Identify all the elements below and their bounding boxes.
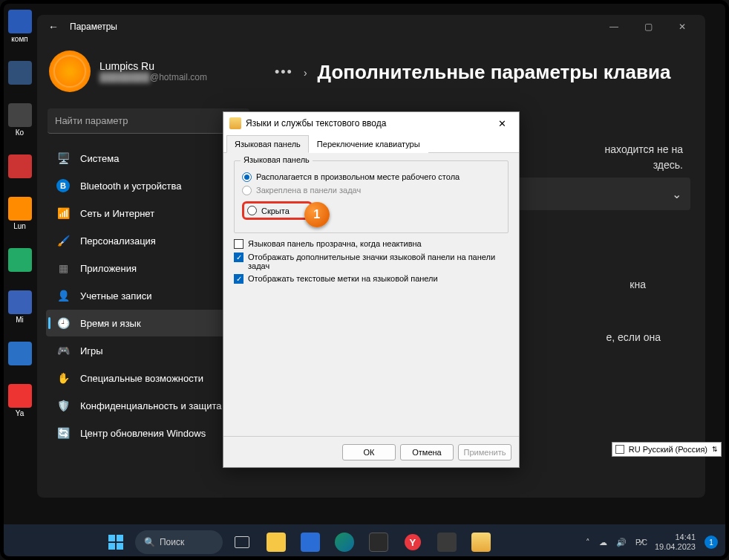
tab-language-bar[interactable]: Языковая панель xyxy=(226,135,309,153)
dialog-buttons: ОК Отмена Применить xyxy=(223,436,519,467)
taskbar-app[interactable] xyxy=(261,527,291,557)
nav-icon: 🔄 xyxy=(56,426,70,440)
chevron-down-icon: ⌄ xyxy=(672,187,681,201)
checkbox-icon: ✓ xyxy=(234,253,243,262)
desktop-icon[interactable]: комп xyxy=(3,6,36,47)
radio-floating[interactable]: Располагается в произвольном месте рабоч… xyxy=(242,172,500,182)
sidebar-item-label: Специальные возможности xyxy=(80,373,203,384)
tray-onedrive-icon[interactable]: ☁ xyxy=(599,538,607,547)
desktop-icon[interactable] xyxy=(3,146,36,187)
sidebar-item-label: Персонализация xyxy=(80,235,156,247)
nav-icon: 🛡️ xyxy=(56,399,70,412)
nav-icon: 🖥️ xyxy=(56,152,70,165)
titlebar: ← Параметры — ▢ ✕ xyxy=(37,15,705,39)
nav-icon: 📶 xyxy=(56,206,70,220)
window-title: Параметры xyxy=(70,22,117,32)
taskbar-app[interactable] xyxy=(432,527,462,557)
tray-chevron-icon[interactable]: ˄ xyxy=(586,538,590,547)
language-indicator[interactable]: RU Русский (Россия) xyxy=(612,442,722,457)
sidebar-item-label: Центр обновления Windows xyxy=(80,428,206,439)
sidebar-item[interactable]: 🖥️Система xyxy=(46,145,251,172)
desktop-icon[interactable]: Mi xyxy=(3,287,36,328)
radio-icon xyxy=(242,186,252,195)
desktop-icon[interactable] xyxy=(3,53,36,94)
dialog-titlebar: Языки и службы текстового ввода ✕ xyxy=(223,112,519,134)
check-text-labels[interactable]: ✓ Отображать текстовые метки на языковой… xyxy=(234,274,509,284)
radio-docked[interactable]: Закреплена в панели задач xyxy=(242,186,500,195)
nav-icon: 👤 xyxy=(56,289,70,302)
cancel-button[interactable]: Отмена xyxy=(400,444,454,460)
sidebar-item-label: Система xyxy=(80,153,119,164)
nav-icon: ✋ xyxy=(56,371,70,385)
dialog-body: Языковая панель Располагается в произвол… xyxy=(223,153,519,436)
dialog-close-button[interactable]: ✕ xyxy=(491,118,513,129)
page-title: Дополнительные параметры клавиа xyxy=(318,61,671,84)
taskbar-app[interactable] xyxy=(295,527,325,557)
start-button[interactable] xyxy=(101,527,131,557)
tab-keyboard-switch[interactable]: Переключение клавиатуры xyxy=(309,135,428,153)
sidebar-item[interactable]: 📶Сеть и Интернет xyxy=(46,200,251,227)
sidebar-item[interactable]: ▦Приложения xyxy=(46,255,251,281)
chevron-right-icon: › xyxy=(304,67,307,79)
svg-rect-3 xyxy=(117,543,123,550)
radio-icon xyxy=(247,206,257,215)
language-dialog: Языки и службы текстового ввода ✕ Языков… xyxy=(223,111,520,468)
check-transparent[interactable]: Языковая панель прозрачна, когда неактив… xyxy=(234,239,509,249)
svg-rect-2 xyxy=(108,543,115,550)
dialog-title: Языки и службы текстового ввода xyxy=(246,118,386,128)
taskbar-app[interactable] xyxy=(330,527,359,557)
sidebar-item[interactable]: 🎮Игры xyxy=(46,337,251,364)
highlight-box: Скрыта 1 xyxy=(242,201,313,220)
radio-hidden[interactable]: Скрыта 1 xyxy=(242,201,500,220)
taskbar-search[interactable]: 🔍 Поиск xyxy=(135,530,223,554)
taskbar-app[interactable] xyxy=(364,527,393,557)
sidebar-item[interactable]: BBluetooth и устройства xyxy=(46,172,251,199)
minimize-button[interactable]: — xyxy=(597,15,631,39)
nav-icon: 🖌️ xyxy=(56,234,70,247)
sidebar-item[interactable]: 🖌️Персонализация xyxy=(46,227,251,254)
sidebar-item-label: Сеть и Интернет xyxy=(80,208,154,219)
check-extra-icons[interactable]: ✓ Отображать дополнительные значки языко… xyxy=(234,253,509,270)
sidebar-item[interactable]: 🛡️Конфиденциальность и защита xyxy=(46,392,251,419)
step-marker: 1 xyxy=(304,202,330,227)
radio-icon xyxy=(242,172,252,182)
desktop-icon[interactable]: Lun xyxy=(3,193,36,234)
back-button[interactable]: ← xyxy=(43,16,64,37)
desktop-icon[interactable]: Кo xyxy=(3,100,36,140)
taskbar-app[interactable] xyxy=(466,527,496,557)
nav-icon: 🕘 xyxy=(56,316,70,330)
search-icon: 🔍 xyxy=(144,537,155,547)
sidebar-item-label: Время и язык xyxy=(80,318,141,329)
sidebar-item-label: Игры xyxy=(80,345,103,356)
apply-button[interactable]: Применить xyxy=(458,444,511,460)
svg-rect-1 xyxy=(117,535,123,541)
checkbox-icon xyxy=(234,239,243,249)
ok-button[interactable]: ОК xyxy=(342,444,396,460)
tray-lang[interactable]: РУС xyxy=(635,538,646,547)
desktop-icon[interactable] xyxy=(3,240,36,281)
taskbar-clock[interactable]: 14:41 19.04.2023 xyxy=(655,533,696,552)
user-name: Lumpics Ru xyxy=(99,60,207,72)
profile[interactable]: Lumpics Ru ████████@hotmail.com xyxy=(42,46,255,104)
tray-volume-icon[interactable]: 🔊 xyxy=(616,538,627,547)
search-input[interactable]: Найти параметр 🔍 xyxy=(48,108,249,134)
notification-badge[interactable]: 1 xyxy=(705,535,718,549)
taskbar-app[interactable]: Y xyxy=(398,527,428,557)
language-bar-group: Языковая панель Располагается в произвол… xyxy=(234,160,509,233)
maximize-button[interactable]: ▢ xyxy=(631,15,665,39)
system-tray: ˄ ☁ 🔊 РУС 14:41 19.04.2023 1 xyxy=(586,533,718,552)
nav-icon: ▦ xyxy=(56,261,70,275)
task-view-button[interactable] xyxy=(227,527,257,557)
desktop-icon[interactable] xyxy=(3,333,36,374)
close-button[interactable]: ✕ xyxy=(665,15,699,39)
breadcrumb-more[interactable]: ••• xyxy=(275,65,293,80)
sidebar-item[interactable]: 🕘Время и язык xyxy=(46,310,251,336)
dialog-icon xyxy=(229,117,241,129)
nav-icon: B xyxy=(56,179,70,192)
sidebar-item[interactable]: 👤Учетные записи xyxy=(46,282,251,309)
desktop-icon[interactable]: Ya xyxy=(3,380,36,421)
nav-icon: 🎮 xyxy=(56,344,70,357)
taskbar: 🔍 Поиск Y ˄ ☁ 🔊 РУС 14:41 19.04.2023 1 xyxy=(4,524,725,560)
sidebar-item[interactable]: 🔄Центр обновления Windows xyxy=(46,420,251,446)
sidebar-item[interactable]: ✋Специальные возможности xyxy=(46,365,251,391)
